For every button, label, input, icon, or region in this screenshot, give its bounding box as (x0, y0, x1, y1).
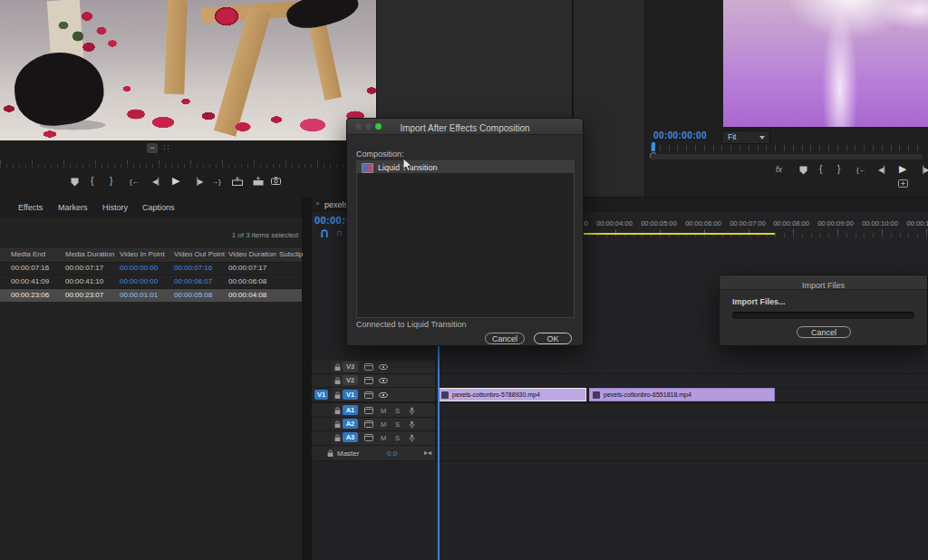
goto-in-icon[interactable]: {← (856, 166, 866, 175)
cell-video-in[interactable]: 00:00:00:00 (120, 264, 158, 272)
composition-list-item-selected[interactable]: Liquid Transition (357, 161, 574, 173)
program-playhead-marker[interactable] (652, 142, 655, 151)
column-video-in-point[interactable]: Video In Point (120, 250, 165, 258)
play-button-icon[interactable]: ▶ (899, 164, 906, 173)
source-patch-v1[interactable]: V1 (314, 390, 328, 400)
sync-lock-icon[interactable] (364, 434, 373, 441)
cancel-button[interactable]: Cancel (485, 333, 525, 344)
overwrite-icon[interactable] (253, 177, 264, 186)
track-target-a2[interactable]: A2 (343, 419, 358, 429)
track-target-v2[interactable]: V2 (343, 375, 358, 385)
master-gain-value[interactable]: 0.0 (387, 449, 397, 458)
voiceover-mic-icon[interactable] (409, 434, 415, 442)
column-media-end[interactable]: Media End (11, 250, 45, 258)
dialog-title-bar[interactable]: Import Files (720, 275, 927, 290)
track-target-v1[interactable]: V1 (343, 390, 358, 400)
column-subclip[interactable]: Subclip (279, 250, 303, 258)
solo-button[interactable]: S (395, 420, 400, 429)
play-button-icon[interactable]: ▶ (172, 176, 179, 185)
mouse-cursor (402, 158, 413, 173)
lock-icon[interactable] (334, 407, 341, 415)
lock-icon[interactable] (334, 363, 341, 372)
track-output-eye-icon[interactable] (379, 364, 388, 370)
voiceover-mic-icon[interactable] (409, 407, 415, 415)
mark-in-icon[interactable]: { (91, 177, 93, 186)
source-zoom-out-button[interactable]: − (147, 143, 158, 153)
mark-in-icon[interactable]: { (819, 165, 822, 174)
table-row[interactable]: 00:00:41:09 00:00:41:10 00:00:00:00 00:0… (0, 275, 302, 289)
dialog-title-bar[interactable]: Import After Effects Composition (347, 119, 583, 135)
track-target-v3[interactable]: V3 (343, 362, 358, 372)
sync-lock-icon[interactable] (364, 377, 373, 384)
table-header-row[interactable]: Media End Media Duration Video In Point … (0, 246, 302, 263)
voiceover-mic-icon[interactable] (409, 420, 415, 429)
program-timecode[interactable]: 00:00:00:00 (653, 130, 707, 140)
track-output-eye-icon[interactable] (379, 392, 388, 398)
lock-icon[interactable] (334, 391, 341, 400)
close-window-button[interactable] (355, 123, 362, 130)
cell-video-in[interactable]: 00:00:00:00 (120, 277, 158, 285)
lock-icon[interactable] (334, 420, 341, 429)
sync-lock-icon[interactable] (364, 391, 373, 399)
source-video-frame[interactable] (0, 0, 376, 140)
step-back-icon[interactable]: ◀▏ (878, 166, 889, 175)
minimize-window-button[interactable] (365, 123, 372, 130)
cell-video-out[interactable]: 00:00:06:07 (174, 277, 212, 285)
step-forward-icon[interactable]: ▕▶ (918, 166, 928, 175)
zoom-window-button[interactable] (375, 123, 382, 130)
track-target-a1[interactable]: A1 (343, 405, 358, 415)
mark-out-icon[interactable]: } (110, 177, 112, 186)
scrollbar-grip-icon[interactable]: ∷ (163, 142, 169, 152)
column-video-out-point[interactable]: Video Out Point (174, 250, 225, 258)
step-back-icon[interactable]: ◀▏ (152, 178, 163, 187)
track-output-eye-icon[interactable] (379, 378, 388, 383)
program-video-frame[interactable] (723, 0, 928, 127)
add-marker-icon[interactable] (799, 166, 807, 175)
fit-sequence-icon[interactable]: ▸◂ (424, 449, 431, 457)
add-marker-icon[interactable] (71, 178, 79, 187)
cell-video-in[interactable]: 00:00:01:01 (120, 291, 158, 299)
mute-button[interactable]: M (381, 407, 386, 415)
tab-history[interactable]: History (102, 203, 128, 212)
export-frame-camera-icon[interactable] (271, 177, 281, 185)
close-icon[interactable]: × (315, 199, 320, 208)
lock-icon[interactable] (334, 377, 341, 385)
table-row[interactable]: 00:00:07:16 00:00:07:17 00:00:00:00 00:0… (0, 262, 302, 275)
column-media-duration[interactable]: Media Duration (65, 250, 114, 258)
mark-out-icon[interactable]: } (837, 165, 840, 174)
composition-list[interactable]: Liquid Transition (356, 160, 575, 318)
mute-button[interactable]: M (381, 420, 386, 429)
fx-badge-icon[interactable]: fx (776, 165, 782, 174)
step-forward-icon[interactable]: ▕▶ (192, 178, 203, 187)
sync-lock-icon[interactable] (364, 363, 373, 371)
solo-button[interactable]: S (395, 407, 400, 415)
table-row-selected[interactable]: 00:00:23:06 00:00:23:07 00:00:01:01 00:0… (0, 289, 302, 302)
zoom-level-dropdown[interactable]: Fit (721, 130, 770, 144)
lock-icon[interactable] (327, 449, 334, 458)
track-target-a3[interactable]: A3 (343, 432, 358, 442)
goto-in-icon[interactable]: {← (130, 178, 140, 187)
timeline-clip-selected[interactable]: pexels-cottonbro-5788930.mp4 (438, 388, 586, 401)
selection-status: 1 of 3 items selected (232, 231, 298, 239)
tab-captions[interactable]: Captions (142, 203, 175, 212)
cancel-button[interactable]: Cancel (797, 326, 851, 338)
sync-lock-icon[interactable] (364, 420, 373, 428)
goto-out-icon[interactable]: →} (211, 178, 221, 187)
insert-icon[interactable] (232, 177, 243, 186)
ruler-label: 00:00:07:00 (730, 219, 766, 227)
timeline-clip[interactable]: pexels-cottonbro-6551818.mp4 (589, 388, 775, 401)
tab-effects[interactable]: Effects (18, 203, 43, 212)
tab-markers[interactable]: Markers (58, 203, 88, 212)
ok-button[interactable]: OK (534, 333, 572, 344)
cell-video-duration: 00:00:06:08 (228, 277, 266, 285)
solo-button[interactable]: S (395, 434, 400, 442)
cell-video-out[interactable]: 00:00:07:16 (174, 264, 212, 272)
column-video-duration[interactable]: Video Duration (228, 250, 276, 258)
lock-icon[interactable] (334, 434, 341, 442)
button-editor-icon[interactable] (898, 179, 908, 188)
program-scrollbar[interactable] (651, 154, 923, 159)
sync-lock-icon[interactable] (364, 407, 373, 414)
program-time-ruler[interactable] (651, 145, 923, 151)
cell-video-out[interactable]: 00:00:05:08 (174, 291, 212, 299)
mute-button[interactable]: M (381, 434, 386, 442)
